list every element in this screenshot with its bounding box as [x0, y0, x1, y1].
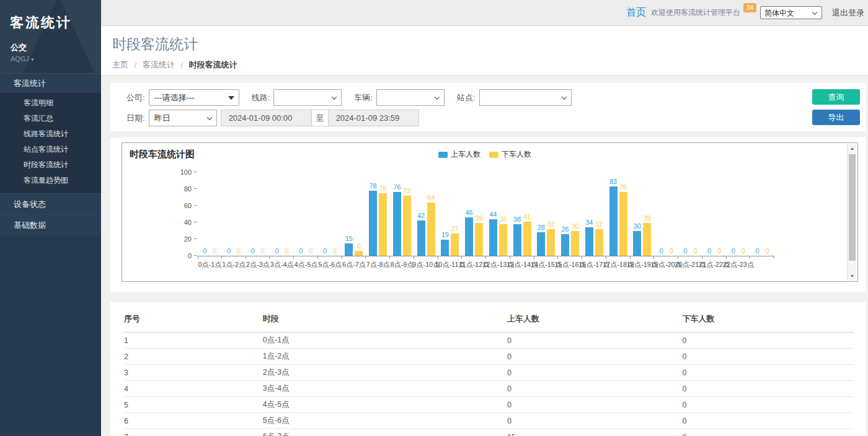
breadcrumb: 主页 / 客流统计 / 时段客流统计	[112, 59, 868, 71]
legend-label: 下车人数	[502, 149, 531, 160]
bar-value-label: 0	[660, 247, 663, 255]
bar-value-label: 39	[476, 214, 483, 222]
sidebar-item-线路客流统计[interactable]: 线路客流统计	[0, 126, 101, 142]
axis-tick	[631, 256, 655, 259]
x-axis-ticks	[198, 256, 774, 259]
bar-value-label: 83	[609, 178, 617, 185]
language-select[interactable]: 简体中文	[760, 6, 822, 19]
y-axis-label: 0	[169, 252, 192, 259]
line-select[interactable]	[273, 89, 342, 106]
chart-scrollbar[interactable]: ▲ ▼	[847, 144, 857, 281]
scroll-down-icon[interactable]: ▼	[848, 271, 857, 281]
logout-link[interactable]: 退出登录	[832, 7, 864, 19]
axis-tick	[366, 256, 390, 259]
bar-value-label: 0	[742, 247, 745, 255]
bar-group: 2630	[558, 222, 582, 256]
chart-bar-boarding	[537, 232, 545, 256]
bar-column-alighting: 39	[643, 214, 651, 256]
axis-tick	[558, 256, 582, 259]
date-to-input[interactable]	[328, 110, 419, 126]
bar-value-label: 64	[427, 194, 435, 201]
table-column-header: 上车人数	[507, 307, 682, 333]
legend-item-上车人数[interactable]: 上车人数	[438, 149, 480, 160]
bar-group: 7875	[366, 182, 390, 256]
bar-column-alighting: 0	[763, 247, 771, 256]
sidebar-item-站点客流统计[interactable]: 站点客流统计	[0, 142, 101, 157]
table-row: 21点-2点00	[124, 349, 854, 365]
table-cell: 0	[682, 333, 854, 349]
sidebar-item-基础数据[interactable]: 基础数据	[0, 214, 101, 235]
table-cell: 3	[124, 365, 263, 381]
bar-value-label: 0	[670, 247, 673, 255]
legend-item-下车人数[interactable]: 下车人数	[489, 149, 531, 160]
sidebar-item-客流明细[interactable]: 客流明细	[0, 95, 101, 111]
bar-group: 00	[294, 247, 318, 256]
chart-bar-alighting	[451, 233, 459, 256]
main-content: 首页 欢迎使用客流统计管理平台 34 简体中文 退出登录 时段客流统计 主页 /…	[101, 0, 868, 436]
company-label: 公司:	[126, 92, 145, 103]
breadcrumb-current: 时段客流统计	[189, 60, 237, 69]
table-cell: 15	[507, 429, 682, 436]
bar-column-boarding: 19	[441, 231, 449, 256]
x-axis-label: 1点-2点	[222, 260, 246, 269]
bar-column-boarding: 0	[297, 247, 305, 256]
axis-tick	[606, 256, 631, 259]
vehicle-select[interactable]	[376, 89, 445, 106]
line-label: 线路:	[252, 92, 270, 103]
chart-bar-alighting	[427, 203, 435, 256]
org-name: 公交	[0, 32, 101, 53]
sidebar-item-设备状态[interactable]: 设备状态	[0, 193, 101, 214]
query-button[interactable]: 查询	[812, 89, 860, 105]
breadcrumb-section[interactable]: 客流统计	[143, 60, 175, 69]
bar-group: 00	[222, 247, 246, 256]
axis-tick	[462, 256, 486, 259]
page-title: 时段客流统计	[112, 35, 868, 54]
export-button[interactable]: 导出	[812, 110, 860, 125]
bar-column-boarding: 44	[489, 211, 497, 256]
bar-value-label: 15	[345, 235, 353, 242]
chart-bar-alighting	[355, 251, 363, 256]
bar-column-boarding: 0	[753, 247, 761, 256]
bar-value-label: 38	[499, 216, 507, 223]
sidebar-submenu: 客流明细客流汇总线路客流统计站点客流统计时段客流统计客流量趋势图	[0, 93, 101, 193]
bar-column-alighting: 0	[211, 247, 219, 256]
scrollbar-thumb[interactable]	[849, 154, 856, 261]
table-cell: 4点-5点	[263, 397, 507, 413]
axis-tick	[198, 256, 222, 259]
chart-panel: 时段车流统计图 上车人数下车人数 02040608010000000000000…	[110, 137, 866, 292]
axis-tick	[702, 256, 727, 259]
x-axis-label: 0点-1点	[198, 260, 221, 269]
bar-column-alighting: 39	[475, 214, 483, 256]
axis-tick	[246, 256, 270, 259]
date-range-group: 至	[221, 110, 419, 126]
table-cell: 0点-1点	[263, 333, 507, 349]
sidebar-item-客流量趋势图[interactable]: 客流量趋势图	[0, 173, 101, 188]
chart-bar-alighting	[523, 222, 531, 256]
org-selector[interactable]: AQGJ ▾	[0, 53, 101, 63]
bar-value-label: 32	[547, 220, 555, 228]
company-select[interactable]: ---请选择---	[149, 89, 239, 106]
bar-column-alighting: 0	[259, 247, 267, 256]
bar-group: 00	[727, 247, 751, 256]
x-axis-label-cell: 6点-7点	[342, 260, 366, 269]
scroll-up-icon[interactable]: ▲	[848, 144, 857, 153]
chart-bar-boarding	[513, 224, 521, 256]
table-column-header: 序号	[124, 307, 263, 333]
breadcrumb-home[interactable]: 主页	[112, 60, 128, 69]
bar-value-label: 0	[693, 247, 697, 255]
bar-value-label: 0	[285, 247, 289, 255]
station-select[interactable]	[479, 89, 572, 106]
bar-value-label: 75	[379, 185, 387, 192]
sidebar-item-客流统计[interactable]: 客流统计	[0, 74, 101, 93]
table-cell: 0	[507, 333, 682, 349]
sidebar-item-时段客流统计[interactable]: 时段客流统计	[0, 157, 101, 173]
sidebar-item-客流汇总[interactable]: 客流汇总	[0, 111, 101, 126]
bar-value-label: 34	[585, 219, 593, 226]
home-link[interactable]: 首页	[626, 6, 646, 19]
bar-group: 3432	[582, 219, 606, 256]
date-from-input[interactable]	[221, 110, 312, 126]
date-range-select[interactable]: 昨日	[149, 110, 217, 126]
bar-value-label: 26	[562, 225, 569, 233]
app-title: 客流统计	[0, 0, 101, 32]
x-axis-label-cell: 3点-4点	[270, 260, 294, 269]
